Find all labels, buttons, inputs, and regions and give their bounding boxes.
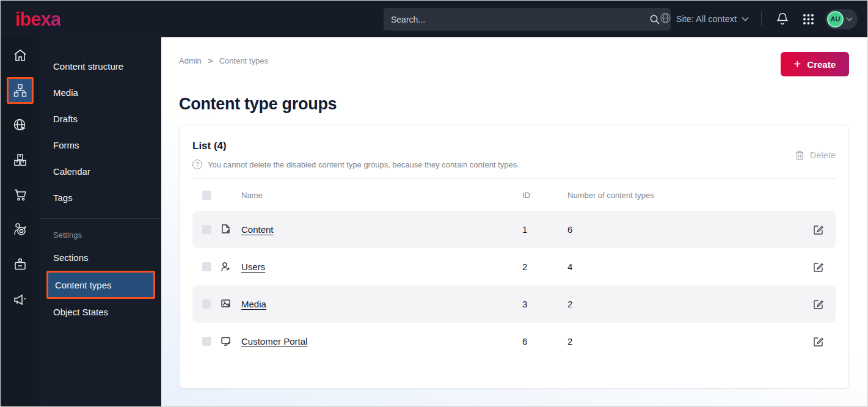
global-search[interactable]: [384, 8, 671, 31]
topbar-divider: [761, 12, 762, 26]
table-row: Users 2 4: [192, 248, 836, 285]
rail-item-site[interactable]: [7, 112, 34, 139]
sidebar-item-sections[interactable]: Sections: [40, 244, 161, 271]
breadcrumb-admin[interactable]: Admin: [179, 56, 202, 65]
row-checkbox[interactable]: [202, 299, 211, 309]
group-link-customer-portal[interactable]: Customer Portal: [241, 336, 307, 346]
sidebar-item-calendar[interactable]: Calendar: [40, 158, 161, 185]
group-id: 1: [522, 224, 567, 235]
sidebar-item-label: Sections: [53, 252, 89, 263]
sitemap-icon: [12, 82, 28, 98]
delete-button[interactable]: Delete: [795, 150, 836, 161]
page-title: Content type groups: [179, 95, 867, 114]
cart-icon: [12, 187, 28, 203]
product-boxes-icon: [12, 152, 28, 168]
rail-item-content-structure[interactable]: [7, 77, 34, 104]
rail-item-dashboard[interactable]: [7, 42, 34, 69]
sidebar-item-label: Tags: [53, 193, 73, 203]
content-type-groups-card: List (4) ? You cannot delete the disable…: [179, 125, 849, 389]
badge-icon: [12, 257, 28, 273]
content-file-icon: [221, 224, 241, 236]
media-image-icon: [221, 298, 241, 310]
edit-pencil-icon: [813, 336, 824, 347]
chevron-down-icon: [742, 16, 749, 21]
rail-item-commerce[interactable]: [7, 182, 34, 208]
group-link-media[interactable]: Media: [241, 299, 266, 309]
group-count: 4: [567, 262, 801, 272]
group-link-users[interactable]: Users: [241, 262, 265, 272]
select-all-checkbox[interactable]: [202, 191, 211, 200]
help-icon: ?: [192, 160, 202, 169]
create-button[interactable]: + Create: [781, 52, 849, 76]
row-checkbox[interactable]: [202, 262, 211, 271]
sidebar-item-label: Forms: [53, 140, 79, 150]
rail-item-product-catalog[interactable]: [7, 147, 34, 174]
edit-button[interactable]: [811, 222, 826, 238]
edit-pencil-icon: [813, 224, 824, 235]
search-input[interactable]: [391, 15, 646, 24]
row-checkbox[interactable]: [202, 225, 211, 234]
portal-monitor-icon: [221, 336, 241, 347]
sidebar-item-forms[interactable]: Forms: [40, 132, 161, 158]
column-header-name: Name: [241, 191, 522, 200]
breadcrumb-separator: >: [208, 56, 213, 65]
notifications-bell-icon[interactable]: [774, 10, 791, 28]
rail-item-personalization[interactable]: [7, 216, 34, 243]
table-header: Name ID Number of content types: [192, 179, 836, 211]
group-count: 2: [567, 299, 801, 309]
main-content: Admin > Content types + Create Content t…: [161, 37, 867, 407]
sidebar-item-label: Media: [53, 87, 78, 98]
trash-icon: [795, 150, 804, 161]
sidebar-item-content-structure[interactable]: Content structure: [40, 53, 161, 79]
rail-item-campaigns[interactable]: [7, 286, 34, 313]
delete-button-label: Delete: [810, 150, 836, 160]
site-context-selector[interactable]: Site: All context: [660, 12, 749, 26]
sidebar-menu: Content structure Media Drafts Forms Cal…: [40, 37, 161, 407]
group-link-content[interactable]: Content: [241, 224, 274, 235]
globe-icon: [660, 12, 671, 26]
app-grid-icon[interactable]: [800, 10, 817, 28]
sidebar-item-label: Calendar: [53, 166, 90, 177]
edit-button[interactable]: [811, 296, 826, 312]
sidebar-item-object-states[interactable]: Object States: [40, 299, 161, 325]
home-icon: [12, 48, 28, 64]
sidebar-item-content-types[interactable]: Content types: [46, 271, 155, 299]
group-count: 6: [567, 224, 801, 235]
sidebar-item-label: Content types: [55, 280, 112, 290]
group-id: 3: [522, 299, 567, 309]
edit-pencil-icon: [813, 299, 824, 310]
edit-pencil-icon: [813, 262, 824, 273]
sidebar-item-label: Object States: [53, 307, 108, 317]
create-button-label: Create: [807, 59, 836, 70]
user-icon: [221, 261, 241, 273]
column-header-count: Number of content types: [567, 191, 801, 200]
edit-button[interactable]: [811, 259, 826, 275]
sidebar-item-label: Drafts: [53, 114, 78, 124]
icon-rail: [1, 37, 40, 407]
sidebar-item-label: Content structure: [53, 61, 123, 72]
megaphone-icon: [12, 292, 28, 307]
sidebar-item-media[interactable]: Media: [40, 79, 161, 106]
table-row: Customer Portal 6 2: [192, 323, 836, 360]
sidebar-item-drafts[interactable]: Drafts: [40, 106, 161, 132]
column-header-id: ID: [522, 191, 567, 200]
avatar: AU: [827, 11, 844, 28]
app-window: ibexa Site: All context A: [0, 0, 868, 407]
list-title: List (4): [192, 140, 836, 152]
user-menu[interactable]: AU: [825, 9, 858, 29]
group-id: 2: [522, 262, 567, 272]
site-globe-cursor-icon: [12, 117, 28, 133]
help-text: You cannot delete the disabled content t…: [208, 160, 519, 169]
table-row: Media 3 2: [192, 285, 836, 323]
topbar-controls: Site: All context AU: [660, 1, 858, 37]
edit-button[interactable]: [811, 334, 826, 350]
table-row: Content 1 6: [192, 211, 836, 248]
rail-item-customer-portal[interactable]: [7, 251, 34, 278]
sidebar-divider: [40, 218, 161, 219]
row-checkbox[interactable]: [202, 337, 211, 346]
sidebar-item-tags[interactable]: Tags: [40, 185, 161, 211]
sidebar-section-label: Settings: [40, 225, 161, 244]
topbar: ibexa Site: All context A: [1, 1, 867, 37]
ibexa-logo: ibexa: [15, 10, 60, 29]
breadcrumb-content-types[interactable]: Content types: [219, 56, 268, 65]
